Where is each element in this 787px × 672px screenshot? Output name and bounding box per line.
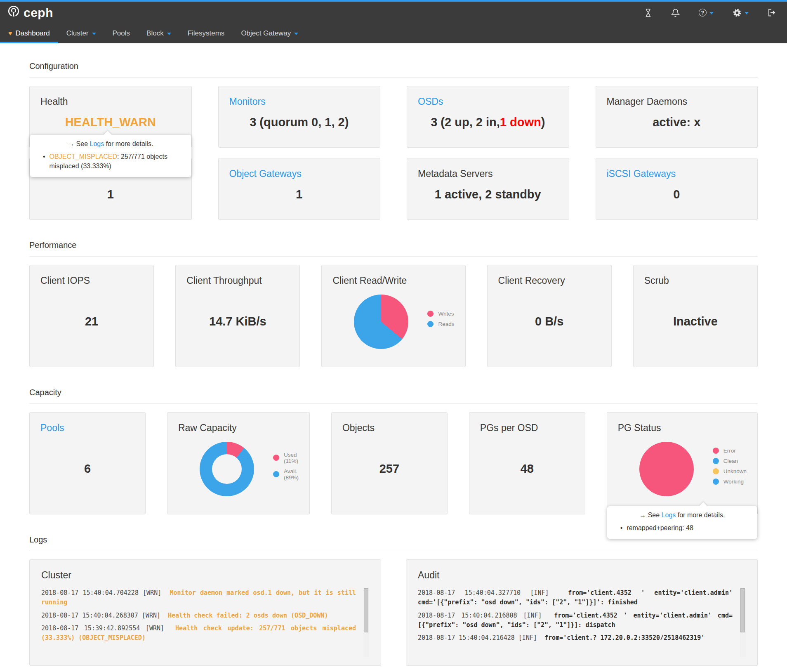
scrollbar-thumb[interactable] — [364, 588, 368, 632]
log-entry: 2018-08-17 15:40:04.704228 [WRN] Monitor… — [41, 588, 356, 608]
pools-value: 6 — [40, 434, 134, 504]
health-popover: → See Logs for more details. • OBJECT_MI… — [30, 135, 191, 177]
log-entry: 2018-08-17 15:40:04.268307 [WRN] Health … — [41, 611, 356, 620]
heartbeat-icon: ♥ — [8, 30, 12, 37]
scrollbar-track[interactable] — [363, 588, 369, 657]
monitors-value: 3 (quorum 0, 1, 2) — [229, 107, 370, 137]
gear-icon[interactable] — [733, 8, 749, 17]
card-title-object-gateways[interactable]: Object Gateways — [229, 168, 370, 179]
card-client-throughput: Client Throughput 14.7 KiB/s — [175, 265, 300, 367]
log-entry: 2018-08-17 15:40:04.216428 [INF] from='c… — [418, 633, 733, 643]
log-entry: 2018-08-17 15:39:42.892554 [WRN] Health … — [41, 624, 356, 643]
card-title-iscsi-gateways[interactable]: iSCSI Gateways — [607, 168, 747, 179]
card-monitors: Monitors 3 (quorum 0, 1, 2) — [218, 86, 381, 148]
osds-down-count: 1 down — [500, 116, 541, 129]
pg-status-pie-chart — [639, 442, 694, 496]
card-pg-status: PG Status Error Clean Unknown Working → … — [607, 412, 758, 514]
section-capacity: Capacity Pools 6 Raw Capacity Used (11%)… — [29, 388, 758, 514]
card-metadata-servers: Metadata Servers 1 active, 2 standby — [407, 158, 569, 220]
caret-down-icon — [167, 33, 171, 35]
working-legend-dot — [713, 479, 719, 485]
pg-status-popover: → See Logs for more details. • remapped+… — [607, 506, 757, 539]
health-warning-item: • OBJECT_MISPLACED: 257/771 objects misp… — [37, 152, 184, 171]
avail-legend-dot — [273, 471, 279, 477]
nav-item-object-gateway[interactable]: Object Gateway — [233, 24, 306, 43]
card-health: Health HEALTH_WARN → See Logs for more d… — [29, 86, 192, 148]
raw-capacity-donut-chart — [200, 442, 254, 496]
writes-legend-dot — [427, 311, 434, 317]
section-title: Capacity — [29, 388, 758, 404]
main-nav: ♥ Dashboard Cluster Pools Block Filesyst… — [0, 24, 787, 43]
cluster-log-body: 2018-08-17 15:40:04.704228 [WRN] Monitor… — [41, 588, 369, 657]
section-logs: Logs Cluster 2018-08-17 15:40:04.704228 … — [29, 535, 758, 666]
manager-daemons-value: active: x — [607, 107, 747, 137]
logs-link[interactable]: Logs — [662, 512, 676, 519]
hosts-value: 1 — [40, 179, 181, 210]
client-iops-value: 21 — [40, 286, 143, 357]
card-client-iops: Client IOPS 21 — [29, 265, 154, 367]
section-configuration: Configuration Health HEALTH_WARN → See L… — [29, 61, 758, 220]
card-pgs-per-osd: PGs per OSD 48 — [469, 412, 585, 514]
error-legend-dot — [713, 448, 719, 454]
nav-item-cluster[interactable]: Cluster — [58, 24, 104, 43]
card-title-health: Health — [40, 96, 181, 107]
cluster-log-card: Cluster 2018-08-17 15:40:04.704228 [WRN]… — [29, 559, 381, 666]
section-title: Performance — [29, 241, 758, 257]
help-icon[interactable]: ? — [699, 9, 714, 17]
unknown-legend-dot — [713, 468, 719, 474]
iscsi-gateways-value: 0 — [607, 179, 747, 210]
client-throughput-value: 14.7 KiB/s — [186, 286, 289, 357]
brand-text: ceph — [24, 6, 53, 20]
health-status: HEALTH_WARN — [65, 116, 156, 129]
card-title-pools[interactable]: Pools — [40, 422, 134, 434]
client-read-write-legend: Writes Reads — [427, 311, 454, 327]
card-title-monitors[interactable]: Monitors — [229, 96, 370, 107]
clean-legend-dot — [713, 458, 719, 464]
card-client-read-write: Client Read/Write Writes Reads — [321, 265, 465, 367]
audit-log-card: Audit 2018-08-17 15:40:04.327710 [INF] f… — [406, 559, 758, 666]
caret-down-icon — [92, 33, 96, 35]
nav-item-pools[interactable]: Pools — [104, 24, 139, 43]
nav-item-dashboard[interactable]: ♥ Dashboard — [0, 24, 58, 43]
bell-icon[interactable] — [671, 8, 680, 17]
raw-capacity-legend: Used (11%) Avail. (89%) — [273, 452, 299, 481]
ceph-brand[interactable]: ceph — [7, 5, 53, 20]
card-osds: OSDs 3 (2 up, 2 in, 1 down) — [407, 86, 569, 148]
pgs-per-osd-value: 48 — [480, 434, 574, 504]
caret-down-icon — [709, 12, 714, 14]
card-client-recovery: Client Recovery 0 B/s — [487, 265, 612, 367]
nav-item-filesystems[interactable]: Filesystems — [179, 24, 233, 43]
audit-log-title: Audit — [418, 570, 746, 581]
metadata-servers-value: 1 active, 2 standby — [418, 179, 558, 210]
objects-value: 257 — [342, 434, 436, 504]
card-title-metadata-servers: Metadata Servers — [418, 168, 558, 179]
scrollbar-track[interactable] — [740, 588, 746, 657]
card-object-gateways: Object Gateways 1 — [218, 158, 381, 220]
section-title: Configuration — [29, 61, 758, 78]
caret-down-icon — [745, 12, 749, 14]
card-objects: Objects 257 — [331, 412, 448, 514]
hourglass-icon[interactable] — [644, 8, 652, 17]
card-raw-capacity: Raw Capacity Used (11%) Avail. (89%) — [167, 412, 310, 514]
card-title-osds[interactable]: OSDs — [418, 96, 558, 107]
ceph-logo-icon — [7, 5, 20, 20]
client-recovery-value: 0 B/s — [498, 286, 601, 357]
section-performance: Performance Client IOPS 21 Client Throug… — [29, 241, 758, 367]
osds-value: 3 (2 up, 2 in, 1 down) — [418, 107, 558, 137]
audit-log-body: 2018-08-17 15:40:04.327710 [INF] from='c… — [418, 588, 746, 657]
object-gateways-value: 1 — [229, 179, 370, 210]
pg-status-legend: Error Clean Unknown Working — [713, 448, 747, 485]
scrollbar-thumb[interactable] — [740, 588, 745, 632]
logs-link[interactable]: Logs — [90, 140, 104, 147]
nav-item-block[interactable]: Block — [138, 24, 179, 43]
pg-status-item: • remapped+peering: 48 — [615, 523, 750, 533]
used-legend-dot — [273, 455, 279, 461]
scrub-value: Inactive — [644, 286, 747, 357]
card-iscsi-gateways: iSCSI Gateways 0 — [596, 158, 758, 220]
caret-down-icon — [294, 33, 298, 35]
sign-out-icon[interactable] — [768, 8, 776, 17]
log-entry: 2018-08-17 15:40:04.327710 [INF] from='c… — [418, 588, 733, 608]
card-manager-daemons: Manager Daemons active: x — [596, 86, 758, 148]
navbar: ceph ? — [0, 0, 787, 43]
log-entry: 2018-08-17 15:40:04.216808 [INF] from='c… — [418, 611, 733, 630]
